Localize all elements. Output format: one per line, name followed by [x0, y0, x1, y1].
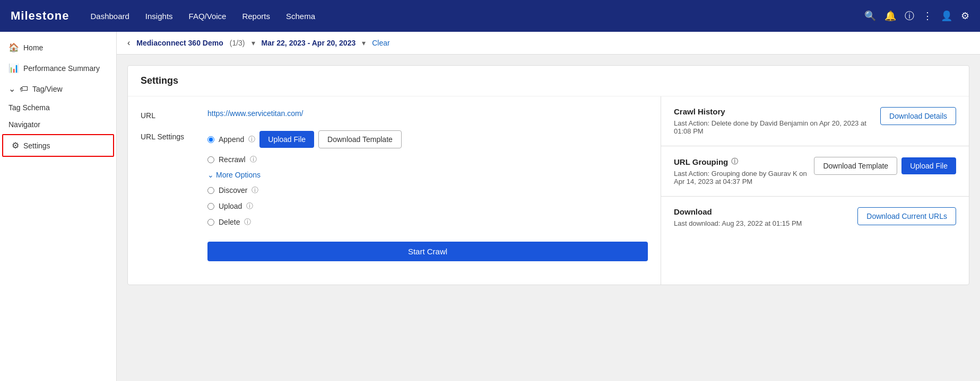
upload-radio[interactable]: [207, 203, 214, 210]
sidebar-tag-schema-label: Tag Schema: [8, 103, 50, 112]
help-icon[interactable]: ⓘ: [905, 10, 914, 22]
sidebar-performance-label: Performance Summary: [23, 64, 100, 73]
sidebar-item-tag-schema[interactable]: Tag Schema: [0, 99, 116, 116]
download-title: Download: [674, 207, 802, 216]
discover-radio-row: Discover ⓘ: [207, 185, 648, 195]
append-radio-row: Append ⓘ: [207, 135, 255, 144]
delete-info-icon[interactable]: ⓘ: [244, 217, 251, 227]
breadcrumb-date-range[interactable]: Mar 22, 2023 - Apr 20, 2023: [262, 39, 356, 47]
delete-radio[interactable]: [207, 219, 214, 226]
url-grouping-subtitle: Last Action: Grouping done by Gaurav K o…: [674, 170, 814, 185]
home-icon: 🏠: [8, 42, 19, 52]
crawl-history-header: Crawl History Last Action: Delete done b…: [674, 107, 956, 135]
discover-label: Discover: [219, 186, 247, 194]
nav-dashboard[interactable]: Dashboard: [90, 10, 129, 23]
recrawl-radio-row: Recrawl ⓘ: [207, 155, 648, 164]
sidebar-settings-label: Settings: [23, 141, 50, 150]
sidebar: 🏠 Home 📊 Performance Summary ⌄ 🏷 Tag/Vie…: [0, 32, 117, 381]
url-label: URL: [141, 109, 199, 120]
upload-label: Upload: [219, 202, 242, 210]
url-grouping-header: URL Grouping ⓘ Last Action: Grouping don…: [674, 157, 956, 185]
url-grouping-download-button[interactable]: Download Template: [814, 157, 897, 175]
download-subtitle: Last download: Aug 23, 2022 at 01:15 PM: [674, 219, 802, 227]
start-crawl-button[interactable]: Start Crawl: [207, 242, 648, 261]
breadcrumb-site-name[interactable]: Mediaconnect 360 Demo: [136, 39, 223, 47]
settings-right-panel: Crawl History Last Action: Delete done b…: [661, 96, 969, 285]
nav-links: Dashboard Insights FAQ/Voice Reports Sch…: [90, 10, 864, 23]
chevron-down-icon: ⌄: [8, 84, 15, 94]
url-row: URL https://www.servicetitan.com/: [141, 109, 648, 120]
url-grouping-actions: Download Template Upload File: [814, 157, 956, 175]
sidebar-item-home[interactable]: 🏠 Home: [0, 37, 116, 58]
recrawl-info-icon[interactable]: ⓘ: [250, 155, 257, 164]
sidebar-home-label: Home: [23, 43, 43, 52]
discover-radio[interactable]: [207, 187, 214, 194]
url-value: https://www.servicetitan.com/: [207, 109, 648, 118]
breadcrumb-site-count: (1/3): [230, 39, 245, 47]
delete-radio-row: Delete ⓘ: [207, 217, 648, 227]
sidebar-item-navigator[interactable]: Navigator: [0, 116, 116, 133]
crawl-history-actions: Download Details: [880, 107, 956, 125]
discover-info-icon[interactable]: ⓘ: [251, 185, 258, 195]
sidebar-tagview-label: Tag/View: [32, 85, 63, 93]
date-dropdown-icon[interactable]: ▾: [362, 39, 366, 47]
nav-faq[interactable]: FAQ/Voice: [189, 10, 227, 23]
upload-file-button[interactable]: Upload File: [259, 131, 314, 148]
url-settings-label: URL Settings: [141, 130, 199, 141]
sidebar-item-settings[interactable]: ⚙ Settings: [2, 134, 114, 157]
url-link[interactable]: https://www.servicetitan.com/: [207, 109, 303, 118]
sidebar-navigator-label: Navigator: [8, 120, 40, 129]
download-template-button[interactable]: Download Template: [318, 130, 402, 148]
more-options-toggle[interactable]: ⌄ More Options: [207, 171, 648, 179]
settings-container: Settings URL https://www.servicetitan.co…: [127, 65, 969, 285]
crawl-history-title: Crawl History: [674, 107, 880, 116]
nav-insights[interactable]: Insights: [145, 10, 173, 23]
sidebar-item-performance[interactable]: 📊 Performance Summary: [0, 58, 116, 78]
url-grouping-info: URL Grouping ⓘ Last Action: Grouping don…: [674, 157, 814, 185]
breadcrumb-back-button[interactable]: ‹: [127, 38, 130, 48]
recrawl-radio[interactable]: [207, 156, 214, 163]
upload-info-icon[interactable]: ⓘ: [246, 201, 253, 211]
gear-icon: ⚙: [12, 140, 19, 150]
site-dropdown-icon[interactable]: ▾: [251, 39, 255, 47]
chevron-down-icon: ⌄: [207, 171, 214, 179]
tag-icon: 🏷: [20, 84, 28, 94]
settings-title: Settings: [128, 66, 969, 96]
settings-icon[interactable]: ⚙: [961, 10, 969, 22]
search-icon[interactable]: 🔍: [864, 10, 876, 22]
nav-schema[interactable]: Schema: [286, 10, 315, 23]
append-row: Append ⓘ Upload File Download Template: [207, 130, 648, 148]
recrawl-label: Recrawl: [219, 155, 246, 164]
nav-reports[interactable]: Reports: [242, 10, 270, 23]
apps-icon[interactable]: ⋮: [923, 10, 932, 22]
url-grouping-section: URL Grouping ⓘ Last Action: Grouping don…: [661, 146, 969, 197]
download-section: Download Last download: Aug 23, 2022 at …: [661, 197, 969, 238]
layout: 🏠 Home 📊 Performance Summary ⌄ 🏷 Tag/Vie…: [0, 32, 980, 381]
settings-left-panel: URL https://www.servicetitan.com/ URL Se…: [128, 96, 661, 285]
performance-icon: 📊: [8, 63, 19, 73]
breadcrumb-bar: ‹ Mediaconnect 360 Demo (1/3) ▾ Mar 22, …: [117, 32, 980, 55]
download-header: Download Last download: Aug 23, 2022 at …: [674, 207, 956, 227]
url-settings-controls: Append ⓘ Upload File Download Template R…: [207, 130, 648, 261]
url-grouping-info-icon[interactable]: ⓘ: [731, 157, 738, 166]
url-grouping-upload-button[interactable]: Upload File: [901, 157, 956, 174]
sidebar-tagview-toggle[interactable]: ⌄ 🏷 Tag/View: [0, 78, 116, 99]
more-options-label: More Options: [216, 171, 261, 179]
main-content: ‹ Mediaconnect 360 Demo (1/3) ▾ Mar 22, …: [117, 32, 980, 381]
user-icon[interactable]: 👤: [941, 10, 952, 22]
append-label: Append: [219, 135, 244, 144]
logo: Milestone: [11, 9, 69, 23]
download-current-urls-button[interactable]: Download Current URLs: [857, 207, 956, 225]
bell-icon[interactable]: 🔔: [884, 10, 896, 22]
nav-icons: 🔍 🔔 ⓘ ⋮ 👤 ⚙: [864, 10, 969, 22]
top-nav: Milestone Dashboard Insights FAQ/Voice R…: [0, 0, 980, 32]
delete-label: Delete: [219, 218, 240, 226]
crawl-history-section: Crawl History Last Action: Delete done b…: [661, 96, 969, 146]
append-info-icon[interactable]: ⓘ: [248, 135, 255, 144]
crawl-history-subtitle: Last Action: Delete done by David Benjam…: [674, 119, 880, 135]
settings-body: URL https://www.servicetitan.com/ URL Se…: [128, 96, 969, 285]
append-radio[interactable]: [207, 136, 214, 143]
breadcrumb-clear-button[interactable]: Clear: [372, 39, 389, 47]
download-details-button[interactable]: Download Details: [880, 107, 956, 125]
url-settings-row: URL Settings Append ⓘ Upload File Do: [141, 130, 648, 261]
